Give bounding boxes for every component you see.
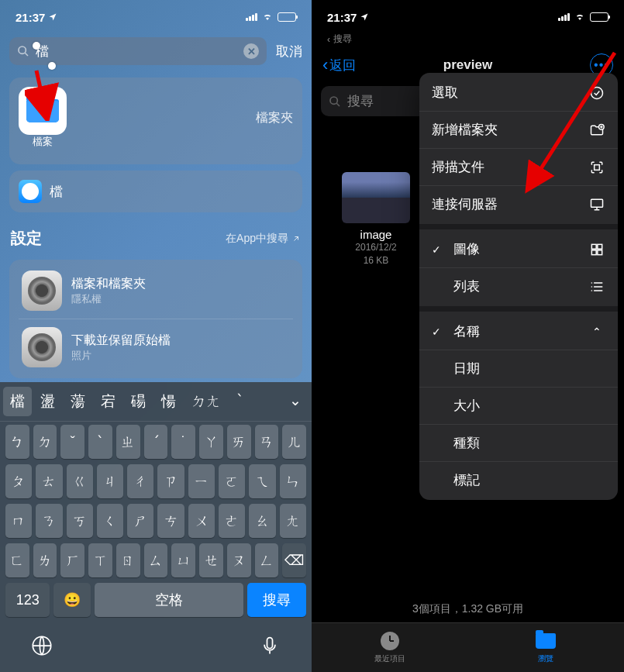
scan-icon (588, 159, 605, 176)
candidate[interactable]: 檔 (3, 387, 32, 416)
svg-rect-9 (598, 244, 602, 249)
setting-files-folders[interactable]: 檔案和檔案夾隱私權 (19, 263, 293, 319)
menu-item[interactable]: 標記 (419, 462, 618, 498)
key[interactable]: ˇ (60, 425, 84, 459)
key[interactable]: ㄥ (255, 543, 279, 577)
key[interactable]: ㄅ (5, 425, 29, 459)
key[interactable]: ㄌ (33, 543, 57, 577)
menu-item[interactable]: 大小 (419, 388, 618, 425)
tab-browse[interactable]: 瀏覽 (468, 623, 625, 672)
safari-card[interactable]: 檔 (9, 171, 302, 212)
key[interactable]: ㄩ (171, 543, 195, 577)
search-key[interactable]: 搜尋 (247, 583, 307, 617)
cancel-button[interactable]: 取消 (276, 43, 302, 60)
key[interactable]: ㄇ (5, 504, 32, 538)
emoji-key[interactable]: 😀 (53, 583, 91, 617)
expand-candidates[interactable]: ⌄ (282, 387, 309, 416)
signal-icon (558, 13, 570, 21)
clear-button[interactable]: ✕ (243, 43, 259, 59)
candidate[interactable]: ㄉㄤ (184, 387, 228, 416)
key[interactable]: ㄝ (199, 543, 223, 577)
key[interactable]: ㄣ (280, 464, 306, 498)
tab-recents[interactable]: 最近項目 (312, 623, 468, 672)
key[interactable]: ㄓ (116, 425, 140, 459)
menu-item[interactable]: 日期 (419, 350, 618, 388)
status-icons (246, 12, 296, 22)
candidates-bar[interactable]: 檔盪蕩宕碭愓ㄉㄤˋ⌄ (0, 382, 312, 422)
backspace-key[interactable]: ⌫ (282, 543, 306, 577)
status-bar: 21:37 (312, 0, 624, 31)
location-icon (48, 12, 57, 22)
key[interactable]: ㄈ (5, 543, 29, 577)
key[interactable]: ㄠ (249, 504, 275, 538)
chevron-icon (588, 472, 605, 489)
candidate[interactable]: ˋ (229, 387, 251, 416)
key[interactable]: ㄢ (255, 425, 279, 459)
spotlight-screen: 21:37 ✕ 取消 檔案 檔案夾 檔 設定 在A (0, 0, 312, 672)
candidate[interactable]: 愓 (154, 387, 183, 416)
search-in-app-link[interactable]: 在App中搜尋 (226, 232, 301, 246)
key[interactable]: ㄚ (199, 425, 223, 459)
key[interactable]: ˋ (88, 425, 112, 459)
key[interactable]: ㄛ (219, 464, 245, 498)
key[interactable]: ㄒ (88, 543, 112, 577)
menu-item[interactable]: 連接伺服器 (419, 186, 618, 222)
globe-icon[interactable] (31, 635, 53, 656)
key[interactable]: ㄧ (188, 464, 215, 498)
key[interactable]: ㄦ (282, 425, 306, 459)
menu-item[interactable]: 掃描文件 (419, 149, 618, 186)
menu-item[interactable]: 列表 (419, 268, 618, 305)
location-icon (360, 12, 369, 22)
key[interactable]: ㄆ (5, 464, 32, 498)
key[interactable]: ㄕ (127, 504, 153, 538)
key[interactable]: ㄨ (188, 504, 215, 538)
key[interactable]: ㄔ (127, 464, 153, 498)
wifi-icon (261, 12, 274, 22)
check-icon: ✓ (432, 243, 444, 256)
svg-point-0 (19, 47, 26, 53)
key[interactable]: ㄤ (280, 504, 306, 538)
candidate[interactable]: 碭 (124, 387, 153, 416)
key[interactable]: ㄐ (97, 464, 123, 498)
signal-icon (246, 13, 257, 21)
search-row: ✕ 取消 (0, 31, 312, 71)
safari-label: 檔 (50, 183, 63, 201)
menu-item[interactable]: 種類 (419, 425, 618, 462)
back-button[interactable]: ‹ 返回 (322, 55, 356, 75)
key[interactable]: ㄉ (33, 425, 57, 459)
menu-item[interactable]: 新增檔案夾 (419, 112, 618, 149)
key[interactable]: ㄡ (227, 543, 251, 577)
candidate[interactable]: 蕩 (64, 387, 92, 416)
key[interactable]: ㄖ (116, 543, 140, 577)
space-key[interactable]: 空格 (95, 583, 243, 617)
search-input[interactable] (36, 43, 237, 59)
key[interactable]: ㄏ (60, 543, 84, 577)
key[interactable]: ㄍ (67, 464, 93, 498)
key[interactable]: ㄑ (97, 504, 123, 538)
key[interactable]: ˙ (171, 425, 195, 459)
menu-item[interactable]: ✓圖像 (419, 231, 618, 268)
num-key[interactable]: 123 (5, 583, 50, 617)
files-app-icon[interactable] (19, 87, 67, 135)
key[interactable]: ㄟ (249, 464, 275, 498)
key[interactable]: ㄜ (219, 504, 245, 538)
chevron-icon: ⌃ (588, 323, 605, 340)
key[interactable]: ㄘ (157, 504, 184, 538)
wifi-icon (574, 12, 586, 22)
menu-item[interactable]: 選取 (419, 74, 618, 112)
candidate[interactable]: 盪 (33, 387, 62, 416)
mic-icon[interactable] (259, 635, 281, 656)
key[interactable]: ㄙ (144, 543, 168, 577)
key[interactable]: ㄊ (36, 464, 62, 498)
search-box[interactable]: ✕ (9, 37, 267, 65)
key[interactable]: ㄋ (36, 504, 62, 538)
key[interactable]: ㄗ (157, 464, 184, 498)
key[interactable]: ˊ (144, 425, 168, 459)
file-item[interactable]: image 2016/12/2 16 KB (333, 172, 419, 267)
candidate[interactable]: 宕 (94, 387, 122, 416)
key[interactable]: ㄎ (67, 504, 93, 538)
file-size: 16 KB (333, 254, 419, 267)
key[interactable]: ㄞ (227, 425, 251, 459)
setting-download-originals[interactable]: 下載並保留原始檔照片 (19, 319, 293, 375)
menu-item[interactable]: ✓名稱⌃ (419, 313, 618, 350)
